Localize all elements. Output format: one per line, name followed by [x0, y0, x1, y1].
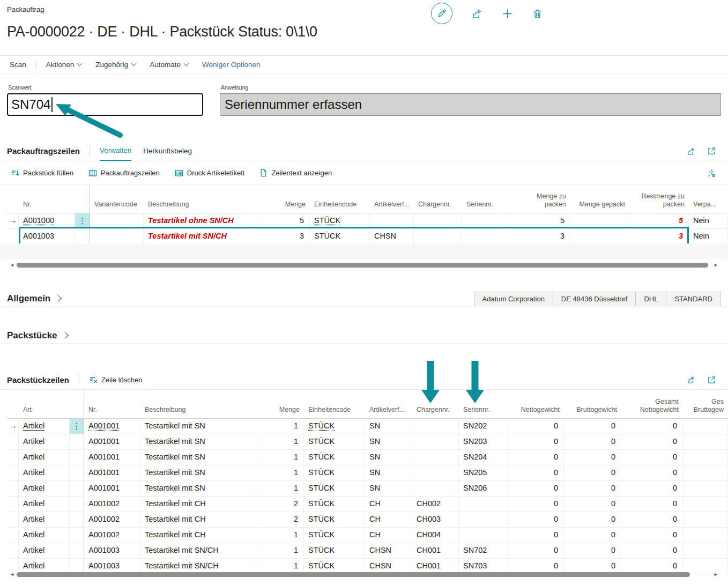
row-menu-button[interactable] [70, 512, 84, 527]
cell-nr[interactable]: A001003 [19, 229, 75, 244]
cell-nettogewicht[interactable]: 0 [507, 465, 564, 480]
column-header-chargennr[interactable]: Chargennr. [412, 390, 459, 418]
cell-menge[interactable]: 3 [257, 229, 310, 244]
cell-beschreibung[interactable]: Testartikel mit SN [140, 419, 257, 434]
cell-gesamt_nettogewicht[interactable]: 0 [621, 512, 683, 527]
column-header-mengezu_packen[interactable]: Menge zu packen [509, 185, 570, 213]
row-selector[interactable] [8, 543, 19, 558]
row-selector[interactable] [8, 450, 19, 465]
scroll-right-icon[interactable]: ► [711, 571, 720, 578]
edit-pencil-button[interactable] [431, 3, 452, 24]
scroll-left-icon[interactable]: ◄ [8, 571, 17, 578]
cell-einheitencode[interactable]: STÜCK [310, 213, 370, 228]
summary-standard[interactable]: STANDARD [666, 291, 721, 306]
column-header-nettogewicht[interactable]: Nettogewicht [507, 390, 564, 418]
column-header-menge[interactable]: Menge [257, 185, 310, 213]
cell-einheitencode[interactable]: STÜCK [304, 465, 365, 480]
share-button[interactable] [471, 8, 483, 20]
cell-menge[interactable]: 2 [257, 512, 304, 527]
row-selector[interactable] [8, 512, 19, 527]
cell-beschreibung[interactable]: Testartikel mit CH [140, 497, 257, 512]
cell-menge[interactable]: 1 [257, 465, 304, 480]
column-header-artikelverf[interactable]: Artikelverf... [370, 185, 414, 213]
cell-nettogewicht[interactable]: 0 [507, 450, 564, 465]
cell-art[interactable]: Artikel [19, 543, 70, 558]
cell-restmenge_zu_packen[interactable]: 5 [629, 213, 689, 228]
column-header-artikelverf[interactable]: Artikelverf... [365, 390, 412, 418]
cell-chargennr[interactable] [412, 434, 459, 449]
druck-artikeletikett-button[interactable]: Druck Artikeletikett [175, 169, 245, 177]
cell-bruttogewicht[interactable]: 0 [564, 434, 621, 449]
cell-bruttogewicht[interactable]: 0 [564, 450, 621, 465]
share-icon[interactable] [686, 146, 696, 156]
cell-beschreibung[interactable]: Testartikel ohne SN/CH [144, 213, 257, 228]
cell-nr[interactable]: A001001 [84, 481, 140, 496]
summary-customer[interactable]: Adatum Corporation [474, 291, 553, 306]
menu-aktionen[interactable]: Aktionen [46, 61, 82, 69]
cell-artikelverf[interactable]: SN [365, 434, 412, 449]
cell-variantencode[interactable] [90, 213, 144, 228]
cell-artikelverf[interactable]: SN [365, 450, 412, 465]
packauftragszeilen-button[interactable]: Packauftragszeilen [88, 169, 160, 177]
table-row[interactable]: ArtikelA001002Testartikel mit CH1STÜCKCH… [8, 528, 728, 543]
cell-ges_bruttogew[interactable] [683, 419, 728, 434]
add-button[interactable] [501, 8, 514, 20]
cell-seriennr[interactable]: SN702 [459, 543, 507, 558]
cell-beschreibung[interactable]: Testartikel mit SN [140, 450, 257, 465]
row-selector[interactable] [8, 497, 19, 512]
column-header-gesbruttogew[interactable]: Ges Bruttogew [683, 390, 728, 418]
cell-artikelverf[interactable]: CH [365, 497, 412, 512]
cell-bruttogewicht[interactable]: 0 [564, 543, 621, 558]
cell-seriennr[interactable]: SN203 [459, 434, 507, 449]
open-in-new-icon[interactable] [707, 146, 716, 155]
cell-gesamt_nettogewicht[interactable]: 0 [621, 481, 683, 496]
cell-menge_gepackt[interactable] [570, 213, 629, 228]
cell-artikelverf[interactable]: CH [365, 528, 412, 543]
cell-seriennr[interactable]: SN202 [459, 419, 507, 434]
row-menu-button[interactable] [70, 528, 84, 543]
row-selector[interactable] [8, 481, 19, 496]
cell-nr[interactable]: A001001 [84, 465, 140, 480]
scroll-right-icon[interactable]: ► [711, 261, 720, 269]
row-selector[interactable]: → [8, 419, 19, 434]
summary-carrier[interactable]: DHL [636, 291, 666, 306]
cell-seriennr[interactable] [459, 528, 507, 543]
row-selector[interactable] [8, 229, 19, 244]
cell-seriennr[interactable]: SN206 [459, 481, 507, 496]
cell-seriennr[interactable] [462, 229, 509, 244]
column-header-beschreibung[interactable]: Beschreibung [140, 390, 257, 418]
cell-artikelverf[interactable]: CHSN [365, 543, 412, 558]
cell-ges_bruttogew[interactable] [683, 481, 728, 496]
cell-art[interactable]: Artikel [19, 497, 70, 512]
row-menu-button[interactable]: ⋮ [75, 213, 90, 228]
horizontal-scrollbar[interactable]: ◄ ► [8, 261, 720, 269]
cell-seriennr[interactable] [462, 213, 509, 228]
cell-nettogewicht[interactable]: 0 [507, 434, 564, 449]
cell-nr[interactable]: A001000 [19, 213, 75, 228]
column-header-mengegepackt[interactable]: Menge gepackt [570, 185, 629, 213]
column-header-seriennr[interactable]: Seriennr. [462, 185, 509, 213]
cell-chargennr[interactable] [414, 229, 462, 244]
cell-seriennr[interactable] [459, 512, 507, 527]
column-header-menge[interactable]: Menge [257, 390, 304, 418]
zeile-loeschen-button[interactable]: Zeile löschen [89, 375, 143, 384]
cell-nr[interactable]: A001002 [84, 497, 140, 512]
column-header-bruttogewicht[interactable]: Bruttogewicht [564, 390, 621, 418]
row-selector[interactable] [8, 528, 19, 543]
cell-artikelverf[interactable] [370, 213, 414, 228]
cell-chargennr[interactable] [412, 419, 459, 434]
cell-einheitencode[interactable]: STÜCK [304, 419, 365, 434]
cell-restmenge_zu_packen[interactable]: 3 [629, 229, 689, 244]
cell-menge[interactable]: 1 [257, 543, 304, 558]
cell-einheitencode[interactable]: STÜCK [304, 528, 365, 543]
cell-nr[interactable]: A001002 [84, 528, 140, 543]
delete-button[interactable] [532, 8, 543, 19]
cell-nr[interactable]: A001001 [84, 434, 140, 449]
summary-address[interactable]: DE 48436 Düsseldorf [553, 291, 636, 306]
row-menu-button[interactable] [70, 450, 84, 465]
column-header-verpackt[interactable]: Verpa... [689, 185, 728, 213]
menu-scan[interactable]: Scan [10, 61, 26, 69]
row-menu-button[interactable] [70, 497, 84, 512]
table-row[interactable]: ArtikelA001001Testartikel mit SN1STÜCKSN… [8, 465, 728, 481]
cell-chargennr[interactable] [412, 450, 459, 465]
